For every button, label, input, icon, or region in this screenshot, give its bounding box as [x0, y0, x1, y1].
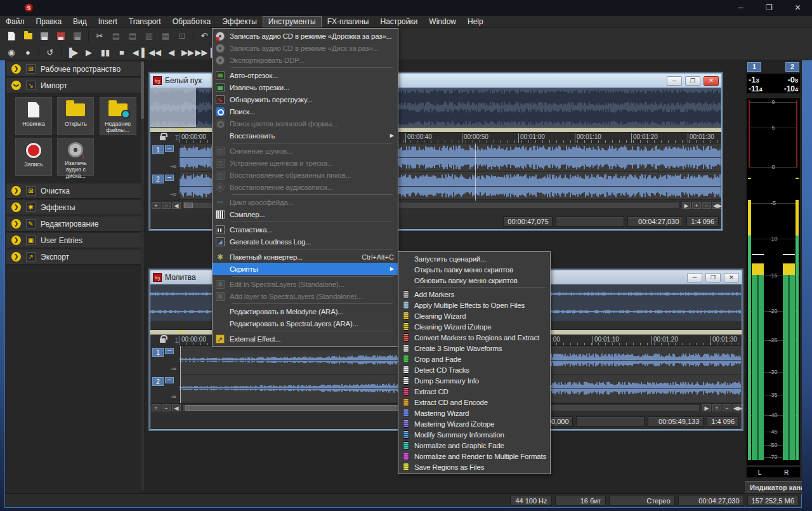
sidebar-section-import[interactable]: ❯ ↘ Импорт [6, 78, 141, 93]
menu-item-авто-отрезок-[interactable]: Авто-отрезок... [213, 69, 398, 81]
channel-2-button[interactable]: 2 [152, 377, 164, 386]
sidebar-section-workspace[interactable]: ❯ ⊞ Рабочее пространство [6, 62, 141, 77]
copy-icon[interactable]: ▤ [108, 29, 124, 43]
menu-item-сэмплер-[interactable]: Сэмплер... [213, 208, 398, 220]
play-icon[interactable]: ▶ [81, 45, 96, 59]
zoom-out-time-button[interactable]: − [723, 404, 731, 411]
menu-item-create-3-simple-waveforms[interactable]: Create 3 Simple Waveforms [398, 343, 550, 354]
menu-item-external-effect-[interactable]: External Effect... [213, 333, 398, 345]
menu-item-cleaning-wizard-izotope[interactable]: Cleaning Wizard iZotope [398, 321, 550, 332]
doc-close-button[interactable]: ✕ [724, 273, 739, 282]
channel-minimize-button[interactable]: ─ [165, 377, 174, 383]
menu-item-статистика-[interactable]: Статистика... [213, 223, 398, 236]
cut-icon[interactable]: ✂ [92, 29, 107, 43]
menu-item-extract-cd[interactable]: Extract CD [398, 386, 550, 397]
record-icon[interactable]: ● [20, 45, 36, 59]
expand-arrow-icon[interactable]: ❯ [11, 64, 21, 74]
doc-status-cell[interactable]: 1:4 096 [707, 416, 739, 427]
menubar-item[interactable]: Файл [0, 16, 30, 27]
menubar-item[interactable]: Настройки [374, 16, 423, 27]
menu-item-скрипты[interactable]: Скрипты▶ [213, 263, 398, 275]
go-to-start-icon[interactable]: ◀▐ [131, 45, 146, 59]
record-remote-icon[interactable]: ◉ [4, 45, 19, 59]
expand-arrow-icon[interactable]: ❯ [11, 236, 21, 245]
scroll-left-button[interactable]: ◀ [172, 404, 181, 411]
channel-1-button[interactable]: 1 [152, 145, 164, 154]
channel-minimize-button[interactable]: ─ [165, 348, 174, 354]
stop-icon[interactable]: ■ [114, 45, 129, 59]
tile-new-file[interactable]: Новинка [15, 97, 52, 135]
zoom-in-button[interactable]: + [152, 404, 160, 411]
doc-maximize-button[interactable]: ❐ [685, 76, 700, 86]
menu-item-mastering-wizard-izotope[interactable]: Mastering Wizard iZotope [398, 418, 550, 429]
meter-panel-title[interactable]: Индикатор каналов [745, 481, 802, 494]
zoom-in-time-button[interactable]: + [692, 202, 701, 209]
menubar-item[interactable]: Insert [93, 16, 123, 27]
menu-item-обновить-папку-меню-скриптов[interactable]: Обновить папку меню скриптов [398, 275, 550, 286]
edit-tool-icon[interactable]: ⌶ [174, 336, 179, 345]
scroll-left-button[interactable]: ◀ [172, 202, 181, 209]
zoom-out-time-button[interactable]: − [702, 202, 711, 209]
menu-item-apply-multiple-effects-to-open-files[interactable]: Apply Multiple Effects to Open Files [398, 300, 550, 310]
tile-recent-files[interactable]: Недавние файлы... [100, 97, 136, 135]
menu-item-crop-and-fade[interactable]: Crop and Fade [398, 354, 550, 364]
zoom-selection-button[interactable]: ◀▶ [733, 404, 742, 411]
channel-2-button[interactable]: 2 [152, 175, 164, 183]
sidebar-section-cleanup[interactable]: ❯ ⊠ Очистка [6, 183, 141, 199]
menubar-item[interactable]: Window [423, 16, 462, 27]
menubar-item[interactable]: Обработка [167, 16, 217, 27]
pause-icon[interactable]: ▮▮ [98, 45, 113, 59]
close-button[interactable]: ✕ [783, 0, 812, 16]
minimize-button[interactable]: ─ [726, 0, 755, 16]
menubar-item[interactable]: Help [462, 16, 489, 27]
menubar-item[interactable]: Правка [30, 16, 68, 27]
play-view-button[interactable]: ▶ [682, 202, 691, 209]
menu-item-cleaning-wizard[interactable]: Cleaning Wizard [398, 310, 550, 321]
undo-icon[interactable]: ↶ [197, 29, 212, 43]
doc-status-cell[interactable]: 00:04:27,030 [627, 216, 683, 227]
doc-status-cell[interactable]: 1:4 096 [686, 216, 719, 227]
menubar-item[interactable]: Transport [123, 16, 167, 27]
sidebar-section-export[interactable]: ❯ ↗ Экспорт [6, 249, 141, 265]
expand-arrow-icon[interactable]: ❯ [11, 202, 21, 212]
doc-status-cell[interactable]: 00:05:49,133 [648, 416, 704, 427]
save-as-icon[interactable] [53, 29, 69, 43]
menu-item-редактировать-в-spectralayers-ara-[interactable]: Редактировать в SpectraLayers (ARA)... [213, 317, 398, 329]
lock-icon[interactable] [160, 338, 166, 343]
channel-gain-label[interactable]: -∞ [152, 163, 179, 169]
menu-item-detect-cd-tracks[interactable]: Detect CD Tracks [398, 364, 550, 375]
menu-item-save-regions-as-files[interactable]: Save Regions as Files [398, 461, 550, 472]
channel-gain-label[interactable]: -∞ [152, 366, 179, 372]
meter-channel-1-button[interactable]: 1 [747, 62, 761, 72]
sidebar-scrollbar[interactable] [141, 62, 144, 491]
tile-extract-audio-cd[interactable]: Извлечь аудио с диска... [57, 138, 94, 176]
menu-item-mastering-wizard[interactable]: Mastering Wizard [398, 408, 550, 418]
fast-forward-icon[interactable]: ▶▶ [180, 45, 195, 59]
menu-item-поиск-[interactable]: Поиск... [213, 105, 398, 117]
new-file-icon[interactable] [4, 29, 19, 43]
menu-item-извлечь-отрезки-[interactable]: Извлечь отрезки... [213, 81, 398, 93]
menu-item-пакетный-конвертер-[interactable]: Пакетный конвертер...Ctrl+Alt+C [213, 251, 398, 263]
step-back-icon[interactable]: ◀ [164, 45, 179, 59]
doc-maximize-button[interactable]: ❐ [705, 273, 721, 282]
menu-item-normalize-and-graphic-fade[interactable]: Normalize and Graphic Fade [398, 440, 550, 451]
doc-minimize-button[interactable]: ─ [687, 273, 702, 282]
channel-gain-label[interactable]: -∞ [152, 394, 179, 400]
menubar-item[interactable]: Эффекты [216, 16, 263, 27]
menubar-item[interactable]: FX-плагины [322, 16, 375, 27]
maximize-button[interactable]: ❐ [755, 0, 783, 16]
menubar-item[interactable]: Инструменты [263, 16, 322, 27]
channel-minimize-button[interactable]: ─ [165, 145, 174, 152]
menu-item-обнаружить-перегрузку-[interactable]: Обнаружить перегрузку... [213, 93, 398, 105]
sidebar-section-effects[interactable]: ❯ ✱ Эффекты [6, 200, 141, 215]
play-view-button[interactable]: ▶ [702, 404, 711, 411]
go-to-end-icon[interactable]: ▶▶▐ [197, 45, 212, 59]
channel-gain-label[interactable]: -∞ [152, 191, 179, 197]
doc-close-button[interactable]: ✕ [704, 76, 719, 86]
tile-open[interactable]: Открыть [57, 97, 94, 135]
doc-status-cell[interactable] [576, 416, 645, 427]
menu-item-запустить-сценарий-[interactable]: Запустить сценарий... [398, 253, 550, 264]
zoom-in-button[interactable]: + [152, 202, 160, 209]
zoom-in-time-button[interactable]: + [712, 404, 721, 411]
sidebar-section-editing[interactable]: ❯ ✎ Редактирование [6, 216, 141, 232]
